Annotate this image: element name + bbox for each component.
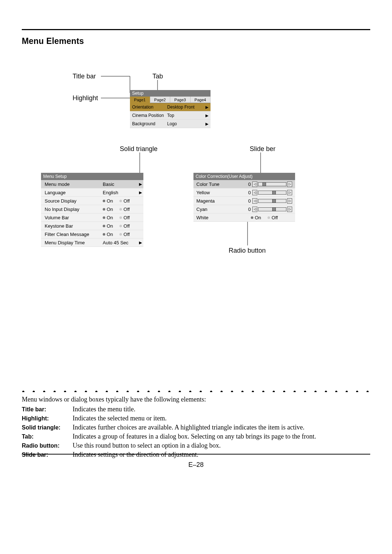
color-correction-row[interactable]: Magenta0◁▷ [193, 197, 295, 205]
dotted-rule: ● ● ● ● ● ● ● ● ● ● ● ● ● ● ● ● ● ● ● ● … [22, 388, 372, 392]
label: Language [45, 190, 103, 195]
menu-setup: Menu Setup Menu modeBasic▶LanguageEnglis… [41, 173, 143, 247]
setup-row-background[interactable]: Background Logo ▶ [130, 120, 211, 128]
callout-solid-triangle: Solid triangle [120, 145, 158, 153]
description-def: Indicates a group of features in a dialo… [73, 432, 370, 441]
radio-on[interactable]: On [103, 198, 113, 204]
value: Logo [167, 121, 202, 126]
slider-left-icon[interactable]: ◁ [252, 207, 257, 212]
color-correction-row[interactable]: WhiteOnOff [193, 213, 295, 222]
description-row: Radio button:Use this round button to se… [22, 441, 370, 450]
label: Cinema Position [132, 113, 167, 118]
label: Menu Display Time [45, 240, 103, 245]
label: Volume Bar [45, 215, 103, 220]
tab-page1[interactable]: Page1 [130, 97, 150, 103]
page-heading: Menu Elements [22, 36, 84, 46]
radio-bullet [103, 233, 105, 236]
radio-label: On [107, 215, 113, 220]
description-term: Highlight: [22, 414, 73, 423]
color-correction-row[interactable]: Yellow0◁▷ [193, 188, 295, 197]
radio-on[interactable]: On [103, 232, 113, 237]
radio-label: Off [123, 198, 130, 204]
menu-setup-row[interactable]: Menu Display TimeAuto 45 Sec▶ [41, 239, 143, 247]
color-correction-row[interactable]: Cyan0◁▷ [193, 205, 295, 213]
callout-tab: Tab [152, 73, 163, 80]
radio-off[interactable]: Off [119, 223, 130, 229]
menu-setup-row[interactable]: LanguageEnglish▶ [41, 188, 143, 197]
radio-off[interactable]: Off [119, 198, 130, 204]
slider-right-icon[interactable]: ▷ [287, 198, 292, 204]
callout-radio-button: Radio button [229, 247, 266, 254]
tab-page3[interactable]: Page3 [170, 97, 191, 103]
label: White [196, 215, 244, 220]
slider-left-icon[interactable]: ◁ [252, 198, 257, 204]
desc-intro: Menu windows or dialog boxes typically h… [22, 395, 370, 404]
color-correction-titlebar: Color Correction(User Adjust) [193, 173, 295, 180]
slider-right-icon[interactable]: ▷ [287, 190, 292, 195]
radio-on[interactable]: On [103, 215, 113, 220]
menu-setup-row[interactable]: Volume BarOnOff [41, 213, 143, 222]
radio-on[interactable]: On [103, 223, 113, 229]
menu-setup-row[interactable]: Filter Clean MessageOnOff [41, 230, 143, 239]
triangle-icon: ▶ [139, 190, 142, 195]
radio-bullet [119, 233, 122, 236]
slider-value: 0 [244, 198, 252, 204]
radio-on[interactable]: On [251, 215, 261, 220]
slider-track[interactable] [258, 191, 286, 195]
description-row: Tab:Indicates a group of features in a d… [22, 432, 370, 441]
color-correction-row[interactable]: Color Tune0◁▷ [193, 180, 295, 188]
slider[interactable]: ◁▷ [252, 182, 292, 187]
tab-page2[interactable]: Page2 [150, 97, 171, 103]
slider-track[interactable] [258, 199, 286, 203]
radio-bullet [103, 208, 105, 211]
radio-label: Off [271, 215, 278, 220]
triangle-icon: ▶ [139, 182, 142, 187]
slider-right-icon[interactable]: ▷ [287, 207, 292, 212]
slider-thumb[interactable] [262, 182, 266, 186]
radio-off[interactable]: Off [119, 232, 130, 237]
slider-thumb[interactable] [272, 199, 276, 203]
slider-right-icon[interactable]: ▷ [287, 182, 292, 187]
menu-setup-row[interactable]: Source DisplayOnOff [41, 197, 143, 205]
radio-off[interactable]: Off [119, 215, 130, 220]
slider[interactable]: ◁▷ [252, 190, 292, 195]
value: Basic [103, 182, 139, 187]
label: Yellow [196, 190, 244, 195]
callout-slide-bar: Slide ber [250, 145, 275, 153]
slider-left-icon[interactable]: ◁ [252, 190, 257, 195]
description-row: Solid triangle:Indicates further choices… [22, 423, 370, 432]
slider-left-icon[interactable]: ◁ [252, 182, 257, 187]
description-term: Radio button: [22, 441, 73, 450]
slider-track[interactable] [258, 207, 286, 211]
menu-setup-row[interactable]: Keystone BarOnOff [41, 222, 143, 230]
setup-menu-titlebar: Setup [130, 90, 211, 97]
radio-label: On [255, 215, 261, 220]
descriptions: Menu windows or dialog boxes typically h… [22, 395, 370, 459]
triangle-icon: ▶ [202, 113, 208, 118]
triangle-icon: ▶ [202, 105, 208, 110]
callout-title-bar: Title bar [73, 73, 96, 80]
setup-row-cinema[interactable]: Cinema Position Top ▶ [130, 111, 211, 120]
description-def: Use this round button to select an optio… [73, 441, 370, 450]
slider-track[interactable] [258, 182, 286, 186]
menu-setup-row[interactable]: Menu modeBasic▶ [41, 180, 143, 188]
label: Source Display [45, 198, 103, 204]
slider[interactable]: ◁▷ [252, 198, 292, 204]
slider[interactable]: ◁▷ [252, 207, 292, 212]
slider-thumb[interactable] [272, 207, 276, 211]
description-row: Slide bar:Indicates settings or the dire… [22, 450, 370, 459]
radio-on[interactable]: On [103, 207, 113, 212]
radio-off[interactable]: Off [119, 207, 130, 212]
label: Menu mode [45, 182, 103, 187]
menu-setup-row[interactable]: No Input DisplayOnOff [41, 205, 143, 213]
label: Cyan [196, 207, 244, 212]
radio-off[interactable]: Off [268, 215, 278, 220]
radio-bullet [119, 208, 122, 211]
setup-row-orientation[interactable]: Orientation Desktop Front ▶ [130, 103, 211, 111]
value: Desktop Front [167, 105, 202, 110]
radio-bullet [103, 216, 105, 219]
callout-highlight: Highlight [73, 94, 98, 102]
slider-thumb[interactable] [272, 191, 276, 195]
radio-bullet [103, 225, 105, 227]
tab-page4[interactable]: Page4 [191, 97, 211, 103]
